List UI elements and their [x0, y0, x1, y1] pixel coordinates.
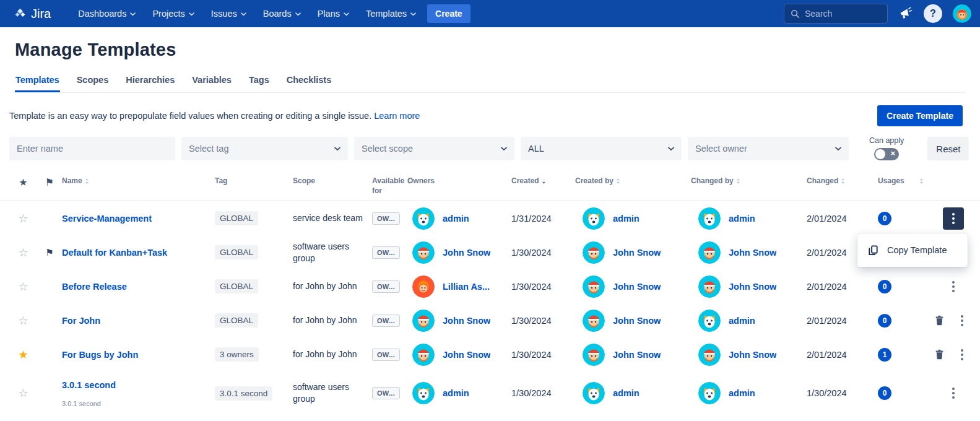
star-toggle[interactable]: ☆ [18, 314, 28, 328]
created-by-link[interactable]: admin [613, 214, 640, 224]
changed-by-link[interactable]: John Snow [729, 282, 776, 292]
user-avatar[interactable] [953, 4, 971, 23]
can-apply-filter-select[interactable]: ALL [521, 137, 682, 160]
available-for-chip[interactable]: OW... [372, 212, 400, 225]
available-for-chip[interactable]: OW... [372, 315, 400, 327]
owner-cell: admin [407, 207, 511, 230]
column-header-changed[interactable]: Changed [807, 176, 878, 186]
row-menu-button[interactable] [952, 310, 973, 332]
column-header-created[interactable]: Created [511, 176, 575, 186]
delete-template-button[interactable] [934, 315, 945, 326]
nav-item-issues[interactable]: Issues [211, 9, 246, 19]
star-toggle[interactable]: ☆ [18, 386, 28, 400]
copy-template-menu-item[interactable]: Copy Template [857, 233, 968, 267]
scope-filter-select[interactable]: Select scope [354, 137, 514, 160]
learn-more-link[interactable]: Learn more [374, 111, 420, 121]
tab-variables[interactable]: Variables [191, 75, 232, 92]
available-for-chip[interactable]: OW... [372, 349, 400, 361]
row-menu-button[interactable] [952, 344, 973, 366]
help-icon[interactable]: ? [924, 4, 942, 23]
nav-create-button[interactable]: Create [427, 4, 470, 23]
created-by-cell: John Snow [575, 241, 691, 264]
jira-logo[interactable]: Jira [14, 7, 51, 21]
nav-item-templates[interactable]: Templates [366, 9, 416, 19]
owner-link[interactable]: John Snow [443, 248, 490, 258]
flag-icon[interactable]: ⚑ [45, 247, 53, 258]
owner-link[interactable]: John Snow [443, 316, 490, 326]
flag-column-icon[interactable]: ⚑ [37, 176, 62, 188]
template-name-link[interactable]: Default for Kanban+Task [62, 248, 167, 258]
tab-templates[interactable]: Templates [15, 75, 60, 92]
create-template-button[interactable]: Create Template [877, 105, 963, 126]
owner-filter-select[interactable]: Select owner [688, 137, 849, 160]
column-header-name[interactable]: Name [62, 176, 215, 186]
sort-icon[interactable] [736, 178, 740, 184]
sort-icon[interactable] [841, 178, 845, 184]
owner-link[interactable]: admin [443, 214, 469, 224]
nav-item-projects[interactable]: Projects [152, 9, 194, 19]
owner-link[interactable]: Lillian As... [443, 282, 490, 292]
changed-by-link[interactable]: admin [729, 316, 755, 326]
available-for-chip[interactable]: OW... [372, 246, 400, 259]
star-toggle[interactable]: ☆ [18, 246, 28, 259]
created-by-link[interactable]: admin [613, 388, 640, 398]
sort-icon[interactable] [919, 178, 924, 184]
template-name-link[interactable]: Service-Management [62, 214, 152, 224]
star-column-icon[interactable]: ★ [9, 176, 37, 188]
owner-link[interactable]: admin [443, 388, 469, 398]
avatar-santa [412, 310, 435, 332]
tab-tags[interactable]: Tags [248, 75, 270, 92]
nav-item-boards[interactable]: Boards [263, 9, 301, 19]
row-menu-button[interactable] [943, 382, 964, 404]
megaphone-icon[interactable] [898, 6, 913, 21]
sort-icon[interactable] [85, 178, 89, 184]
usages-badge[interactable]: 0 [878, 280, 891, 293]
search-input[interactable] [805, 9, 873, 19]
usages-badge[interactable]: 0 [878, 212, 891, 225]
tab-hierarchies[interactable]: Hierarchies [125, 75, 175, 92]
sort-icon[interactable] [616, 178, 620, 184]
column-header-usages[interactable]: Usages [878, 176, 934, 186]
template-name-link[interactable]: Before Release [62, 282, 127, 292]
name-filter-input[interactable] [17, 144, 168, 154]
star-toggle[interactable]: ☆ [18, 280, 28, 293]
column-header-changed_by[interactable]: Changed by [691, 176, 807, 186]
created-by-link[interactable]: John Snow [613, 248, 661, 258]
owner-link[interactable]: John Snow [443, 350, 490, 360]
can-apply-toggle[interactable]: × [874, 148, 899, 160]
column-header-created_by[interactable]: Created by [575, 176, 691, 186]
can-apply-toggle-group: Can apply × [869, 136, 904, 160]
usages-badge[interactable]: 1 [878, 348, 891, 362]
changed-by-link[interactable]: admin [729, 214, 755, 224]
brand-name: Jira [31, 7, 51, 21]
usages-badge[interactable]: 0 [878, 314, 891, 328]
changed-by-cell: John Snow [691, 241, 807, 264]
tab-checklists[interactable]: Checklists [286, 75, 332, 92]
row-menu-button[interactable] [943, 276, 964, 298]
delete-template-button[interactable] [934, 349, 945, 360]
nav-item-dashboards[interactable]: Dashboards [78, 9, 136, 19]
usages-badge[interactable]: 0 [878, 386, 891, 400]
column-header-available[interactable]: Available for [372, 176, 407, 196]
nav-item-plans[interactable]: Plans [318, 9, 349, 19]
global-search[interactable] [784, 4, 888, 24]
sort-icon[interactable] [542, 178, 546, 184]
available-for-chip[interactable]: OW... [372, 280, 400, 293]
template-name-link[interactable]: 3.0.1 second [62, 380, 116, 390]
changed-by-link[interactable]: John Snow [729, 350, 776, 360]
tab-scopes[interactable]: Scopes [76, 75, 110, 92]
template-name-link[interactable]: For Bugs by John [62, 350, 138, 360]
row-menu-button[interactable] [943, 207, 964, 230]
table-row: ☆For JohnGLOBALfor John by JohnOW...John… [0, 303, 980, 337]
reset-button[interactable]: Reset [927, 137, 969, 160]
changed-by-link[interactable]: admin [729, 388, 755, 398]
star-toggle[interactable]: ★ [18, 348, 28, 362]
created-by-link[interactable]: John Snow [613, 282, 661, 292]
created-by-link[interactable]: John Snow [613, 350, 661, 360]
tag-filter-select[interactable]: Select tag [181, 137, 348, 160]
changed-by-link[interactable]: John Snow [729, 248, 776, 258]
created-by-link[interactable]: John Snow [613, 316, 661, 326]
template-name-link[interactable]: For John [62, 316, 100, 326]
star-toggle[interactable]: ☆ [18, 212, 28, 225]
available-for-chip[interactable]: OW... [372, 387, 400, 399]
